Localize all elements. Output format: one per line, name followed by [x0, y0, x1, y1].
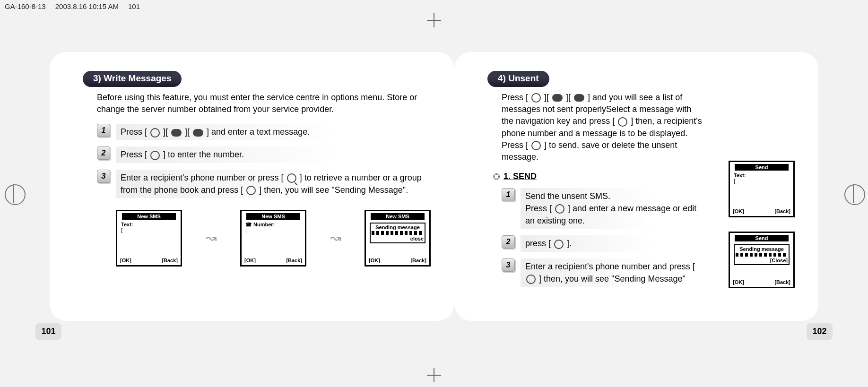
crop-mark-top: [427, 13, 441, 27]
key-1-icon: [552, 94, 563, 102]
progress-bar: [372, 231, 424, 235]
key-3-icon: [193, 129, 203, 137]
section-title-right: 4) Unsent: [487, 71, 549, 87]
key-4-icon: [574, 94, 584, 102]
arrow-icon: ↝: [206, 230, 217, 246]
header-timestamp: 2003.8.16 10:15 AM: [55, 2, 119, 10]
menu-icon: [555, 204, 564, 214]
crop-mark-bottom: [427, 368, 441, 382]
header-file: GA-160-8-13: [5, 2, 46, 10]
step-text: Press [ ] to enter the number.: [116, 146, 431, 163]
step-number: 2: [97, 146, 110, 160]
step-line: Send the unsent SMS.: [525, 191, 610, 201]
phone-body-label: Number:: [253, 222, 275, 227]
menu-icon: [618, 117, 627, 127]
softkey-ok[interactable]: [OK]: [733, 208, 744, 214]
phone-screen-3: New SMS Sending message close [OK] [Back…: [365, 210, 431, 267]
menu-icon: [554, 240, 564, 249]
popup-text: Sending message: [372, 224, 424, 230]
menu-icon: [150, 128, 160, 138]
bullet-icon: [493, 173, 500, 180]
menu-icon: [526, 275, 536, 284]
phone-body-label: Text:: [734, 172, 790, 178]
phone-title: New SMS: [122, 213, 176, 220]
doc-header: GA-160-8-13 2003.8.16 10:15 AM 101: [0, 0, 868, 13]
phone-body-value: [: [734, 178, 790, 184]
popup-text: Sending message: [736, 246, 788, 252]
phone-body-label: Text:: [121, 222, 177, 227]
popup-close[interactable]: [Close]: [736, 258, 788, 263]
step-number: 1: [502, 188, 515, 201]
header-pagemark: 101: [128, 2, 140, 10]
step-text: press [ ].: [521, 235, 710, 251]
intro-left: Before using this feature, you must ente…: [97, 92, 426, 115]
sending-popup: Sending message [Close]: [734, 244, 790, 265]
subsection-label: 1. SEND: [503, 172, 537, 181]
step-text: Press [ ][ ][ ] and enter a text message…: [116, 124, 431, 140]
softkey-back[interactable]: [Back]: [410, 258, 426, 263]
phone-screen-2: New SMS ☎ Number: | [OK] [Back]: [240, 210, 306, 267]
softkey-ok[interactable]: [OK]: [733, 279, 744, 285]
step-number: 3: [502, 258, 515, 272]
phone-title: New SMS: [246, 213, 300, 220]
step-text: Enter a recipient's phone number or pres…: [116, 170, 431, 198]
phone-body-value: |: [245, 228, 301, 233]
phone-title: New SMS: [371, 213, 425, 220]
subsection-send: 1. SEND: [493, 172, 710, 181]
menu-icon: [531, 93, 541, 103]
softkey-ok[interactable]: [OK]: [244, 258, 256, 263]
phone-screens-row: New SMS Text: [ [OK] [Back] ↝ New SMS ☎ …: [116, 210, 431, 267]
softkey-ok[interactable]: [OK]: [369, 258, 380, 263]
phone-body-value: [: [121, 227, 177, 233]
crop-mark-left: [5, 184, 24, 203]
popup-close[interactable]: close: [372, 236, 424, 241]
page-number-left: 101: [35, 323, 61, 340]
intro-right: Press [ ][ ][ ] and you will see a list …: [502, 92, 705, 163]
softkey-back[interactable]: [Back]: [774, 279, 790, 285]
page-right: 4) Unsent Press [ ][ ][ ] and you will s…: [454, 52, 818, 321]
crop-mark-right: [844, 184, 863, 203]
menu-icon: [150, 151, 160, 160]
softkey-back[interactable]: [Back]: [286, 258, 302, 263]
step-number: 2: [502, 235, 515, 249]
step-text: Enter a recipient's phone number and pre…: [521, 258, 710, 287]
phone-title: Send: [735, 235, 789, 241]
progress-bar: [736, 253, 788, 257]
step-number: 3: [97, 170, 110, 183]
softkey-ok[interactable]: [OK]: [120, 258, 131, 263]
key-1-icon: [171, 129, 182, 137]
step-text: Send the unsent SMS. Press [ ] and enter…: [521, 188, 710, 229]
phone-title: Send: [735, 164, 789, 171]
softkey-back[interactable]: [Back]: [162, 258, 178, 263]
search-icon: [287, 173, 296, 183]
phone-screen-r1: Send Text: [ [OK] [Back]: [729, 161, 795, 217]
menu-icon: [531, 141, 541, 150]
sending-popup: Sending message close: [370, 223, 425, 243]
page-number-right: 102: [807, 323, 833, 340]
softkey-back[interactable]: [Back]: [774, 208, 790, 214]
page-left: 3) Write Messages Before using this feat…: [50, 52, 454, 321]
step-number: 1: [97, 124, 110, 137]
menu-icon: [246, 186, 256, 195]
arrow-icon: ↝: [330, 230, 341, 246]
section-title-left: 3) Write Messages: [83, 71, 182, 87]
phone-screen-1: New SMS Text: [ [OK] [Back]: [116, 210, 182, 267]
phone-screen-r2: Send Sending message [Close] [OK] [Back]: [729, 232, 795, 288]
